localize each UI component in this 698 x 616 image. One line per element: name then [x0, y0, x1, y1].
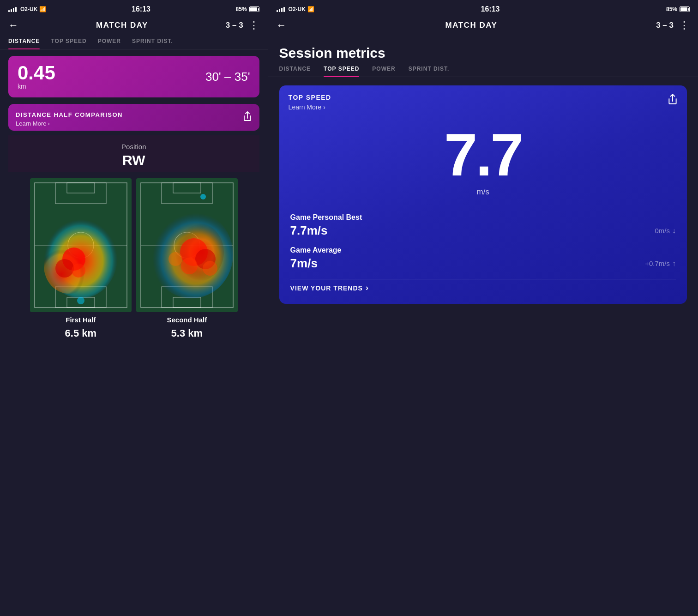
first-half-heatmap: First Half 6.5 km	[30, 178, 132, 339]
svg-point-22	[200, 194, 206, 199]
tsc-gpb-arrow: ↓	[672, 227, 676, 235]
carrier-label: O2-UK	[20, 6, 37, 12]
right-status-bar: O2-UK 📶 16:13 85%	[268, 0, 698, 17]
back-button[interactable]: ←	[8, 19, 18, 31]
second-half-label: Second Half	[167, 316, 207, 324]
chevron-right-icon: ›	[48, 120, 49, 127]
nav-title: MATCH DAY	[96, 21, 148, 30]
first-half-canvas	[30, 178, 132, 312]
position-section: Position RW	[8, 135, 259, 172]
tsc-learn-more[interactable]: Learn More ›	[289, 103, 331, 111]
right-wifi-icon: 📶	[307, 6, 314, 12]
metric-unit: km	[18, 83, 55, 90]
tsc-header: TOP SPEED Learn More ›	[279, 85, 687, 115]
battery-percent: 85%	[236, 6, 247, 12]
left-tabs: DISTANCE TOP SPEED POWER SPRINT DIST.	[0, 38, 268, 49]
view-trends-label: VIEW YOUR TRENDS	[290, 284, 363, 292]
right-nav-score: 3 – 3	[656, 21, 674, 30]
tsc-ga-arrow: ↑	[672, 260, 676, 268]
right-tab-top-speed[interactable]: TOP SPEED	[324, 66, 359, 77]
svg-point-27	[181, 258, 198, 274]
tsc-ga-value: 7m/s	[290, 256, 318, 271]
tsc-stats: Game Personal Best 7.7m/s 0m/s ↓ Game Av…	[279, 206, 687, 304]
right-back-button[interactable]: ←	[277, 19, 287, 31]
right-nav-title: MATCH DAY	[445, 21, 498, 30]
svg-point-13	[77, 297, 84, 304]
right-tabs: DISTANCE TOP SPEED POWER SPRINT DIST.	[268, 66, 698, 77]
position-value: RW	[8, 152, 259, 168]
svg-point-12	[72, 264, 85, 278]
left-status-bar: O2-UK 📶 16:13 85%	[0, 0, 268, 17]
status-right: 85%	[236, 6, 259, 12]
battery-icon	[249, 6, 259, 12]
dhc-share-icon[interactable]	[243, 111, 252, 124]
right-carrier-label: O2-UK	[289, 6, 306, 12]
right-battery-icon	[680, 6, 690, 12]
tsc-ga-right-value: +0.7m/s	[645, 260, 670, 267]
dhc-card: DISTANCE HALF COMPARISON Learn More ›	[8, 104, 259, 131]
right-nav-dots[interactable]: ⋮	[679, 19, 690, 31]
right-top-nav: ← MATCH DAY 3 – 3 ⋮	[268, 17, 698, 38]
wifi-icon: 📶	[39, 6, 46, 12]
right-tab-distance[interactable]: DISTANCE	[279, 66, 311, 77]
position-label: Position	[8, 143, 259, 151]
metric-value-block: 0.45 km	[18, 63, 55, 90]
right-panel: O2-UK 📶 16:13 85% ← MATCH DAY 3 – 3 ⋮ Se…	[268, 0, 698, 616]
tsc-gpb-row: 7.7m/s 0m/s ↓	[290, 223, 676, 238]
svg-point-28	[168, 252, 182, 266]
second-half-heatmap: Second Half 5.3 km	[136, 178, 238, 339]
svg-point-11	[55, 259, 74, 278]
right-tab-sprint-dist[interactable]: SPRINT DIST.	[409, 66, 450, 77]
tsc-ga-label: Game Average	[290, 246, 676, 254]
tsc-share-icon[interactable]	[668, 94, 678, 107]
tab-sprint-dist[interactable]: SPRINT DIST.	[132, 38, 173, 49]
right-status-left: O2-UK 📶	[277, 6, 314, 12]
right-battery-percent: 85%	[666, 6, 677, 12]
first-half-label: First Half	[66, 316, 96, 324]
tab-top-speed[interactable]: TOP SPEED	[51, 38, 86, 49]
tsc-gpb-value: 7.7m/s	[290, 223, 328, 238]
view-trends-button[interactable]: VIEW YOUR TRENDS ›	[290, 279, 676, 293]
tsc-gpb-right: 0m/s ↓	[655, 227, 676, 235]
dhc-title: DISTANCE HALF COMPARISON	[16, 111, 123, 118]
nav-right: 3 – 3 ⋮	[226, 19, 259, 31]
metric-time-range: 30' – 35'	[205, 70, 250, 84]
tab-power[interactable]: POWER	[98, 38, 121, 49]
nav-score: 3 – 3	[226, 21, 243, 30]
tsc-big-number: 7.7	[279, 115, 687, 185]
status-left: O2-UK 📶	[8, 6, 46, 12]
tsc-ga-right: +0.7m/s ↑	[645, 260, 676, 268]
nav-dots[interactable]: ⋮	[249, 19, 259, 31]
tab-distance[interactable]: DISTANCE	[8, 38, 40, 49]
tsc-unit: m/s	[279, 185, 687, 206]
tsc-title-block: TOP SPEED Learn More ›	[289, 94, 331, 111]
metric-hero-card: 0.45 km 30' – 35'	[8, 56, 259, 97]
left-top-nav: ← MATCH DAY 3 – 3 ⋮	[0, 17, 268, 38]
left-panel: O2-UK 📶 16:13 85% ← MATCH DAY 3 – 3 ⋮ DI…	[0, 0, 268, 616]
metric-big-value: 0.45	[18, 63, 55, 83]
view-trends-chevron: ›	[366, 283, 369, 293]
tsc-title: TOP SPEED	[289, 94, 331, 101]
second-half-canvas	[136, 178, 238, 312]
tsc-gpb-label: Game Personal Best	[290, 213, 676, 222]
right-signal-icon	[277, 6, 285, 12]
dhc-title-block: DISTANCE HALF COMPARISON Learn More ›	[16, 111, 123, 127]
dhc-header: DISTANCE HALF COMPARISON Learn More ›	[8, 104, 259, 131]
time-display: 16:13	[132, 5, 150, 13]
top-speed-card: TOP SPEED Learn More › 7.7 m/s Game Pers…	[279, 85, 687, 304]
second-half-value: 5.3 km	[171, 327, 203, 339]
dhc-learn-more[interactable]: Learn More ›	[16, 120, 123, 127]
first-half-value: 6.5 km	[65, 327, 97, 339]
right-nav-right: 3 – 3 ⋮	[656, 19, 690, 31]
right-time-display: 16:13	[481, 5, 500, 13]
tsc-ga-row: 7m/s +0.7m/s ↑	[290, 256, 676, 271]
svg-point-29	[203, 261, 217, 276]
session-metrics-title: Session metrics	[268, 38, 698, 66]
tsc-chevron-icon: ›	[323, 103, 325, 111]
right-tab-power[interactable]: POWER	[372, 66, 395, 77]
right-status-right: 85%	[666, 6, 690, 12]
tsc-gpb-right-value: 0m/s	[655, 227, 670, 235]
signal-icon	[8, 6, 17, 12]
heat-maps-row: First Half 6.5 km	[0, 172, 268, 346]
